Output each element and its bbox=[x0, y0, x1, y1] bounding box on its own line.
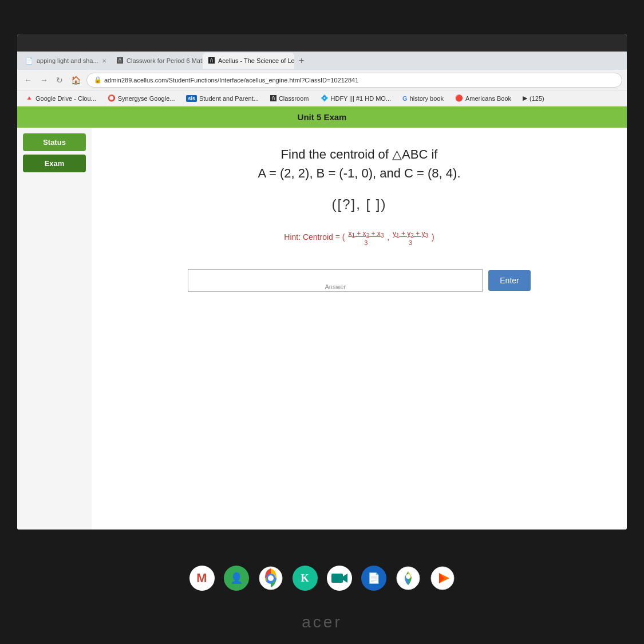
url-text: admin289.acellus.com/StudentFunctions/In… bbox=[104, 77, 358, 84]
browser: 📄 apping light and sha... ✕ 🅰 Classwork … bbox=[17, 52, 627, 530]
bookmark-student[interactable]: sis Student and Parent... bbox=[181, 94, 263, 103]
exam-button[interactable]: Exam bbox=[23, 155, 86, 172]
bookmark-icon-3: sis bbox=[186, 95, 197, 102]
bookmark-label-2: Synergyse Google... bbox=[118, 95, 175, 102]
unit-header-text: Unit 5 Exam bbox=[298, 112, 347, 122]
bookmark-synergyse[interactable]: ⭕ Synergyse Google... bbox=[103, 93, 180, 103]
address-bar[interactable]: 🔒 admin289.acellus.com/StudentFunctions/… bbox=[86, 73, 622, 88]
bookmark-125[interactable]: ▶ (125) bbox=[518, 93, 549, 103]
bookmark-icon-2: ⭕ bbox=[108, 94, 116, 102]
bookmark-classroom[interactable]: 🅰 Classroom bbox=[266, 94, 314, 103]
bookmark-label-1: Google Drive - Clou... bbox=[35, 95, 96, 102]
question-text: Find the centroid of △ABC if A = (2, 2),… bbox=[258, 145, 461, 183]
unit-header: Unit 5 Exam bbox=[17, 106, 627, 128]
bookmark-americans[interactable]: 🔴 Americans Book bbox=[451, 93, 516, 103]
top-bar bbox=[17, 34, 627, 52]
tab-label-1: apping light and sha... bbox=[37, 57, 98, 64]
bookmark-label-5: HDFY ||| #1 HD MO... bbox=[331, 95, 392, 102]
answer-input-wrap: Answer bbox=[188, 269, 483, 292]
page-content: Unit 5 Exam Status Exam Find the centroi… bbox=[17, 106, 627, 530]
bookmark-label-7: Americans Book bbox=[465, 95, 511, 102]
bookmark-label-8: (125) bbox=[530, 95, 544, 102]
enter-button[interactable]: Enter bbox=[488, 270, 530, 291]
bookmark-history[interactable]: G history book bbox=[398, 94, 448, 103]
frac-x-num: x1 + x2 + x3 bbox=[348, 230, 384, 239]
chrome-icon[interactable] bbox=[258, 566, 283, 591]
tab-icon-3: 🅰 bbox=[208, 57, 215, 64]
bookmark-hdfy[interactable]: 💠 HDFY ||| #1 HD MO... bbox=[316, 93, 396, 103]
hint-suffix: ) bbox=[432, 232, 434, 242]
svg-point-3 bbox=[268, 575, 274, 581]
tab-active-3[interactable]: 🅰 Acellus - The Science of Learning ✕ bbox=[203, 53, 294, 69]
home-button[interactable]: 🏠 bbox=[69, 74, 83, 86]
tab-icon-2: 🅰 bbox=[117, 57, 123, 64]
taskbar: M 👤 K 📄 bbox=[0, 558, 644, 598]
bookmarks-bar: 🔺 Google Drive - Clou... ⭕ Synergyse Goo… bbox=[17, 90, 627, 106]
new-tab-button[interactable]: + bbox=[294, 56, 309, 66]
question-line1: Find the centroid of △ABC if bbox=[258, 145, 461, 164]
hint-comma: , bbox=[387, 232, 392, 242]
svg-rect-5 bbox=[331, 574, 343, 583]
maps-icon[interactable] bbox=[396, 566, 421, 591]
bookmark-label-4: Classroom bbox=[279, 95, 309, 102]
tab-inactive-2[interactable]: 🅰 Classwork for Period 6 Math 2 6 ✕ bbox=[111, 53, 203, 69]
answer-display: ([?], [ ]) bbox=[331, 196, 386, 212]
play-icon[interactable] bbox=[430, 566, 455, 591]
exam-area: Find the centroid of △ABC if A = (2, 2),… bbox=[92, 128, 627, 530]
bookmark-icon-8: ▶ bbox=[523, 94, 527, 102]
forward-button[interactable]: → bbox=[38, 74, 50, 86]
bookmark-label-6: history book bbox=[410, 95, 444, 102]
frac-y-den: 3 bbox=[409, 239, 412, 246]
address-bar-row: ← → ↻ 🏠 🔒 admin289.acellus.com/StudentFu… bbox=[17, 70, 627, 90]
bookmark-icon-7: 🔴 bbox=[455, 94, 463, 102]
tab-close-1[interactable]: ✕ bbox=[102, 58, 106, 64]
answer-input[interactable] bbox=[188, 277, 482, 290]
meet-icon[interactable] bbox=[327, 566, 352, 591]
tab-icon-1: 📄 bbox=[25, 57, 33, 65]
frac-y-num: y1 + y2 + y3 bbox=[393, 230, 428, 239]
svg-point-8 bbox=[406, 574, 410, 579]
sidebar: Status Exam bbox=[17, 128, 92, 530]
laptop-screen: 📄 apping light and sha... ✕ 🅰 Classwork … bbox=[17, 34, 627, 530]
status-button[interactable]: Status bbox=[23, 133, 86, 151]
bookmark-google-drive[interactable]: 🔺 Google Drive - Clou... bbox=[21, 93, 101, 103]
tab-bar: 📄 apping light and sha... ✕ 🅰 Classwork … bbox=[17, 52, 627, 70]
bookmark-icon-1: 🔺 bbox=[25, 94, 33, 102]
tab-label-3: Acellus - The Science of Learning bbox=[218, 57, 294, 64]
hint-prefix: Hint: Centroid = ( bbox=[284, 232, 345, 242]
hint-text: Hint: Centroid = ( x1 + x2 + x3 3 , y1 +… bbox=[284, 230, 434, 246]
content-area: Status Exam Find the centroid of △ABC if… bbox=[17, 128, 627, 530]
tab-label-2: Classwork for Period 6 Math 2 6 bbox=[127, 57, 203, 64]
back-button[interactable]: ← bbox=[22, 74, 34, 86]
frac-x-den: 3 bbox=[364, 239, 368, 246]
question-line2: A = (2, 2), B = (-1, 0), and C = (8, 4). bbox=[258, 164, 461, 183]
khan-icon[interactable]: K bbox=[293, 566, 318, 591]
answer-input-row: Answer Enter bbox=[188, 269, 531, 292]
bookmark-label-3: Student and Parent... bbox=[199, 95, 259, 102]
tab-inactive-1[interactable]: 📄 apping light and sha... ✕ bbox=[19, 53, 111, 69]
refresh-button[interactable]: ↻ bbox=[54, 74, 65, 86]
acer-logo: acer bbox=[302, 613, 342, 631]
bookmark-icon-4: 🅰 bbox=[270, 95, 276, 102]
bookmark-icon-6: G bbox=[402, 95, 408, 102]
fraction-y: y1 + y2 + y3 3 bbox=[393, 230, 428, 246]
fraction-x: x1 + x2 + x3 3 bbox=[348, 230, 384, 246]
accounts-icon[interactable]: 👤 bbox=[224, 566, 249, 591]
lock-icon: 🔒 bbox=[94, 76, 102, 84]
docs-icon[interactable]: 📄 bbox=[361, 566, 386, 591]
bookmark-icon-5: 💠 bbox=[321, 94, 329, 102]
gmail-icon[interactable]: M bbox=[189, 566, 215, 591]
